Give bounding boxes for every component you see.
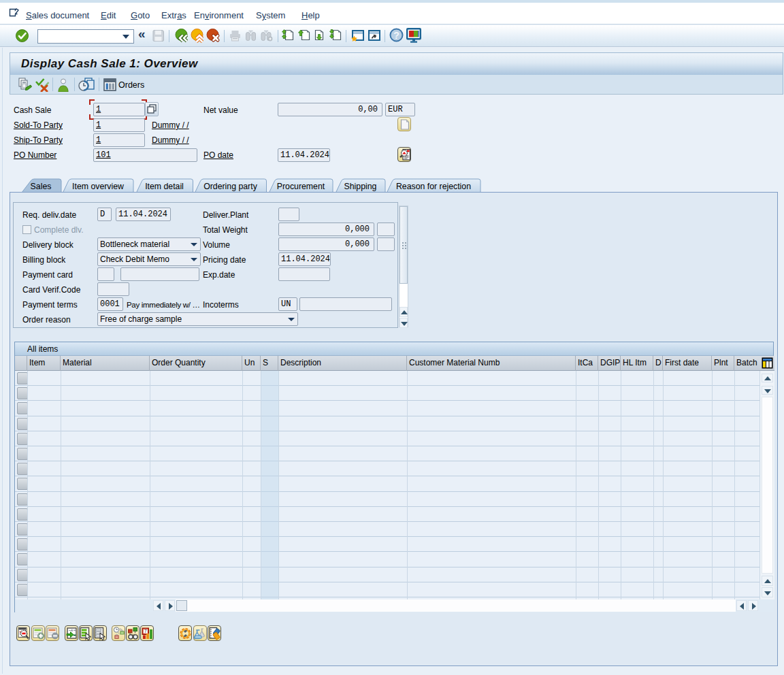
svg-text:7: 7 <box>144 629 146 633</box>
svg-text:Shipping: Shipping <box>344 182 377 191</box>
svg-text:Procurement: Procurement <box>277 182 325 191</box>
svg-text:Sales: Sales <box>31 182 52 191</box>
svg-text:Item detail: Item detail <box>145 182 184 191</box>
svg-text:Item overview: Item overview <box>72 182 124 191</box>
svg-text:?: ? <box>393 30 399 41</box>
svg-text:Ordering party: Ordering party <box>203 182 257 191</box>
svg-text:Reason for rejection: Reason for rejection <box>396 182 471 191</box>
